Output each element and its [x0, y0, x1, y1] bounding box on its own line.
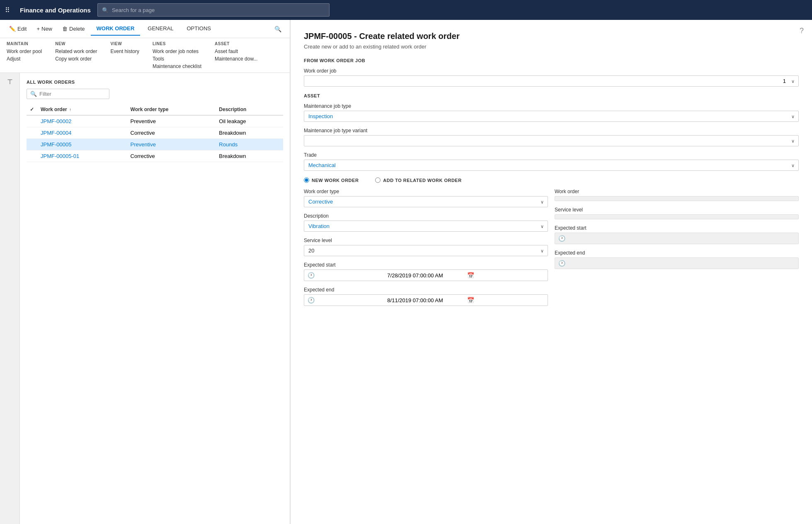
tab-work-order[interactable]: WORK ORDER: [91, 22, 141, 36]
list-area: ALL WORK ORDERS 🔍 ✓ Work order ↑ Work: [20, 73, 290, 524]
related-expected-end-field: Expected end 🕐: [555, 250, 799, 269]
copy-work-order-link[interactable]: Copy work order: [55, 56, 97, 62]
sidebar-left: ⊤: [0, 73, 20, 524]
expected-start-datetime[interactable]: 🕐 7/28/2019 07:00:00 AM 📅: [304, 269, 548, 281]
maintenance-job-type-variant-select[interactable]: [304, 135, 799, 146]
description-field: Description Vibration Oil leakage ∨: [304, 213, 548, 232]
row-id[interactable]: JPMF-00005-01: [41, 153, 79, 159]
work-order-job-input[interactable]: [304, 75, 799, 87]
search-bar[interactable]: 🔍: [97, 3, 330, 17]
col-work-order-type[interactable]: Work order type: [127, 104, 216, 115]
ribbon-group-lines: LINES Work order job notes Tools Mainten…: [153, 41, 201, 69]
related-clock-icon-end: 🕐: [558, 260, 676, 267]
ribbon-group-view: VIEW Event history: [111, 41, 139, 69]
expected-start-label: Expected start: [304, 262, 548, 268]
col-description[interactable]: Description: [216, 104, 283, 115]
ribbon-group-maintain: MAINTAIN Work order pool Adjust: [7, 41, 42, 69]
maintenance-job-type-select[interactable]: Inspection Mechanical Corrective: [304, 111, 799, 122]
table-row[interactable]: JPMF-00005-01 Corrective Breakdown: [27, 150, 283, 162]
list-header-title: ALL WORK ORDERS: [27, 80, 283, 85]
edit-icon: ✏️: [9, 26, 16, 32]
tab-options[interactable]: OPTIONS: [181, 22, 217, 36]
related-expected-start-label: Expected start: [555, 225, 799, 231]
related-work-order-link[interactable]: Related work order: [55, 49, 97, 54]
help-icon[interactable]: ?: [800, 27, 804, 35]
row-type: Preventive: [127, 139, 216, 150]
related-service-level-input: [555, 214, 799, 219]
edit-button[interactable]: ✏️ Edit: [5, 23, 31, 34]
expected-start-value: 7/28/2019 07:00:00 AM: [387, 272, 464, 279]
work-order-job-label: Work order job: [304, 68, 799, 74]
maintenance-job-type-variant-label: Maintenance job type variant: [304, 128, 799, 133]
row-type: Corrective: [127, 127, 216, 139]
table-row[interactable]: JPMF-00002 Preventive Oil leakage: [27, 115, 283, 127]
calendar-icon-end[interactable]: 📅: [467, 297, 544, 303]
work-order-job-notes-link[interactable]: Work order job notes: [153, 49, 201, 54]
filter-search-icon: 🔍: [30, 91, 37, 97]
row-description: Breakdown: [216, 150, 283, 162]
waffle-icon[interactable]: ⠿: [5, 6, 10, 14]
maintenance-dow-link[interactable]: Maintenance dow...: [215, 56, 257, 62]
work-order-type-field: Work order type Corrective Preventive ∨: [304, 189, 548, 207]
trade-select[interactable]: Mechanical Electrical: [304, 160, 799, 171]
app-title: Finance and Operations: [20, 7, 91, 14]
add-to-related-radio[interactable]: [375, 177, 381, 183]
table-row[interactable]: JPMF-00005 Preventive Rounds: [27, 139, 283, 150]
filter-icon[interactable]: ⊤: [7, 78, 13, 86]
section-from-work-order-job: FROM WORK ORDER JOB: [304, 58, 799, 63]
ribbon-group-asset: ASSET Asset fault Maintenance dow...: [215, 41, 257, 69]
adjust-link[interactable]: Adjust: [7, 56, 42, 62]
row-description: Breakdown: [216, 127, 283, 139]
add-to-related-radio-option[interactable]: ADD TO RELATED WORK ORDER: [375, 177, 461, 183]
row-type: Corrective: [127, 150, 216, 162]
search-icon: 🔍: [102, 7, 109, 13]
calendar-icon-start[interactable]: 📅: [467, 272, 544, 279]
trade-label: Trade: [304, 152, 799, 158]
expected-end-datetime[interactable]: 🕐 8/11/2019 07:00:00 AM 📅: [304, 294, 548, 306]
expected-start-field: Expected start 🕐 7/28/2019 07:00:00 AM 📅: [304, 262, 548, 281]
related-work-order-field: Work order: [555, 189, 799, 201]
maintenance-checklist-link[interactable]: Maintenance checklist: [153, 63, 201, 69]
filter-input[interactable]: [39, 91, 106, 97]
ribbon-group-new: NEW Related work order Copy work order: [55, 41, 97, 69]
maintenance-job-type-variant-field: Maintenance job type variant ∨: [304, 128, 799, 146]
tab-general[interactable]: GENERAL: [142, 22, 179, 36]
ribbon: ✏️ Edit + New 🗑 Delete WORK ORDER GENERA…: [0, 20, 290, 73]
new-button[interactable]: + New: [32, 23, 56, 34]
plus-icon: +: [36, 26, 40, 32]
maintenance-job-type-label: Maintenance job type: [304, 103, 799, 109]
work-order-pool-link[interactable]: Work order pool: [7, 49, 42, 54]
service-level-field: Service level 20 10 30 ∨: [304, 238, 548, 256]
table-row[interactable]: JPMF-00004 Corrective Breakdown: [27, 127, 283, 139]
row-description: Rounds: [216, 139, 283, 150]
row-id[interactable]: JPMF-00005: [41, 141, 71, 148]
row-check: [27, 139, 37, 150]
work-order-type-label: Work order type: [304, 189, 548, 194]
row-check: [27, 150, 37, 162]
maintenance-job-type-field: Maintenance job type Inspection Mechanic…: [304, 103, 799, 122]
asset-fault-link[interactable]: Asset fault: [215, 49, 257, 54]
ribbon-search-button[interactable]: 🔍: [271, 24, 285, 34]
related-expected-start-field: Expected start 🕐: [555, 225, 799, 244]
row-id[interactable]: JPMF-00004: [41, 130, 71, 136]
tools-link[interactable]: Tools: [153, 56, 201, 62]
expected-end-label: Expected end: [304, 287, 548, 293]
related-service-level-label: Service level: [555, 207, 799, 213]
event-history-link[interactable]: Event history: [111, 49, 139, 54]
work-order-type-select[interactable]: Corrective Preventive: [304, 196, 548, 207]
check-header: ✓: [27, 104, 37, 115]
new-work-order-radio-option[interactable]: NEW WORK ORDER: [304, 177, 359, 183]
col-work-order[interactable]: Work order ↑: [37, 104, 127, 115]
description-select[interactable]: Vibration Oil leakage: [304, 221, 548, 232]
related-expected-start-datetime: 🕐: [555, 233, 799, 244]
row-id[interactable]: JPMF-00002: [41, 118, 71, 124]
search-input[interactable]: [112, 7, 325, 13]
new-work-order-radio[interactable]: [304, 177, 309, 183]
delete-button[interactable]: 🗑 Delete: [58, 23, 89, 34]
service-level-label: Service level: [304, 238, 548, 243]
trade-field: Trade Mechanical Electrical ∨: [304, 152, 799, 171]
service-level-select[interactable]: 20 10 30: [304, 245, 548, 256]
work-order-job-field: Work order job ∨: [304, 68, 799, 87]
related-work-order-input: [555, 196, 799, 201]
filter-bar[interactable]: 🔍: [27, 89, 109, 99]
